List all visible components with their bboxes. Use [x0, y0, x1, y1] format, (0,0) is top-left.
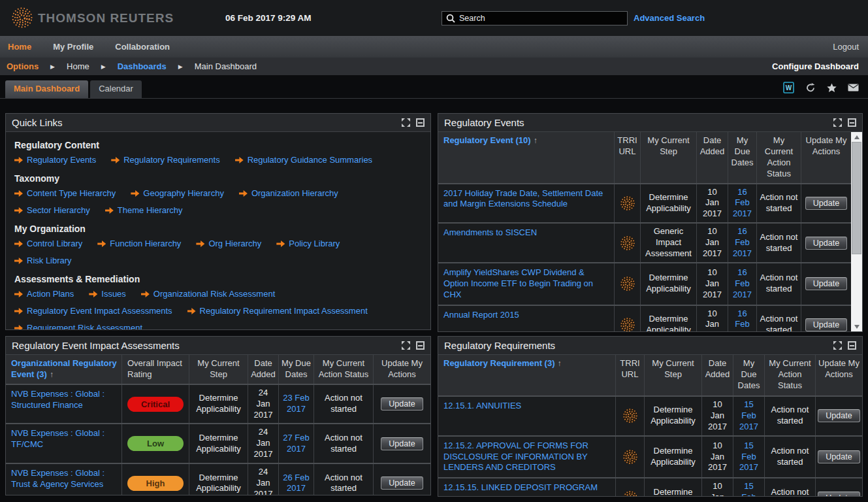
quick-link[interactable]: Theme Hierarchy	[105, 202, 183, 219]
quick-link[interactable]: Risk Library	[14, 252, 72, 269]
section-heading: Regulatory Content	[14, 140, 422, 150]
trri-url-icon[interactable]	[620, 276, 635, 292]
regulatory-event-link[interactable]: Annual Report 2015	[443, 310, 519, 321]
scrollbar[interactable]	[851, 132, 862, 331]
quick-link[interactable]: Policy Library	[276, 235, 340, 252]
scroll-down-icon[interactable]	[851, 322, 862, 331]
quick-link[interactable]: Geography Hierarchy	[131, 185, 224, 202]
quick-link[interactable]: Requirement Risk Assessment	[14, 320, 142, 329]
column-sort-link[interactable]: Organizational Regulatory Event (3)↑	[11, 358, 117, 379]
tab-main-dashboard[interactable]: Main Dashboard	[5, 80, 88, 98]
due-date-link[interactable]: 23 Feb 2017	[281, 393, 311, 415]
expand-icon[interactable]	[402, 341, 410, 350]
search-input[interactable]	[459, 14, 623, 23]
due-date-link[interactable]: 15 Feb 2017	[736, 481, 762, 496]
scrollbar-thumb[interactable]	[852, 142, 861, 254]
breadcrumb: Options ▶ Home ▶ Dashboards ▶ Main Dashb…	[0, 58, 868, 75]
update-button[interactable]: Update	[381, 437, 423, 450]
regulatory-event-link[interactable]: 2017 Holiday Trade Date, Settlement Date…	[443, 188, 609, 210]
trri-url-icon[interactable]	[622, 408, 638, 424]
collapse-icon[interactable]	[416, 118, 425, 127]
panel-title: Regulatory Requirements	[444, 340, 833, 351]
quick-link[interactable]: Control Library	[14, 235, 82, 252]
regulatory-event-link[interactable]: Amendments to SISCEN	[443, 227, 537, 239]
collapse-icon[interactable]	[848, 118, 856, 127]
quick-link[interactable]: Regulatory Requirements	[111, 152, 219, 169]
update-button[interactable]: Update	[805, 197, 847, 210]
collapse-icon[interactable]	[848, 341, 856, 350]
quick-link[interactable]: Regulatory Guidance Summaries	[235, 152, 372, 169]
breadcrumb-dashboards[interactable]: Dashboards	[118, 61, 167, 71]
regulatory-requirement-link[interactable]: 12.15.1. ANNUITIES	[443, 401, 521, 412]
table-row: Amendments to SISCEN Generic Impact Asse…	[438, 222, 851, 262]
quick-link[interactable]: Org Hierarchy	[196, 235, 261, 252]
trri-url-icon[interactable]	[620, 317, 635, 331]
trri-url-icon[interactable]	[620, 195, 635, 211]
update-button[interactable]: Update	[805, 277, 847, 290]
expand-icon[interactable]	[402, 118, 410, 127]
trri-url-icon[interactable]	[622, 449, 638, 465]
quick-link[interactable]: Content Type Hierarchy	[14, 185, 116, 202]
breadcrumb-home[interactable]: Home	[67, 61, 89, 71]
expand-icon[interactable]	[833, 341, 842, 350]
update-button[interactable]: Update	[381, 477, 423, 490]
quick-link[interactable]: Sector Hierarchy	[14, 202, 90, 219]
quick-link[interactable]: Regulatory Requirement Impact Assessment	[187, 303, 368, 320]
regulatory-requirement-link[interactable]: 12.15.2. APPROVAL OF FORMS FOR DISCLOSUR…	[443, 441, 610, 474]
action-status-cell: Action not started	[314, 464, 374, 495]
due-date-link[interactable]: 16 Feb 2017	[731, 309, 754, 331]
due-date-link[interactable]: 26 Feb 2017	[281, 473, 311, 495]
action-status-cell: Action not started	[765, 437, 816, 478]
update-button[interactable]: Update	[818, 409, 860, 422]
org-regulatory-event-link[interactable]: NVB Expenses : Global : TF/CMC	[11, 428, 116, 450]
search-icon	[446, 14, 455, 23]
quick-link[interactable]: Action Plans	[14, 286, 74, 303]
options-menu[interactable]: Options	[7, 61, 39, 71]
due-date-link[interactable]: 15 Feb 2017	[736, 399, 762, 433]
due-date-link[interactable]: 16 Feb 2017	[731, 187, 754, 220]
update-button[interactable]: Update	[805, 318, 847, 331]
scrollbar-track[interactable]	[851, 142, 862, 322]
collapse-icon[interactable]	[416, 341, 425, 350]
refresh-icon[interactable]	[805, 82, 816, 93]
quick-link[interactable]: Function Hierarchy	[97, 235, 181, 252]
trri-url-icon[interactable]	[622, 490, 638, 496]
quick-link[interactable]: Issues	[89, 286, 126, 303]
configure-dashboard-link[interactable]: Configure Dashboard	[772, 61, 859, 71]
word-export-icon[interactable]: W	[783, 82, 794, 93]
org-regulatory-event-link[interactable]: NVB Expenses : Global : Trust & Agency S…	[11, 468, 116, 490]
trri-url-icon[interactable]	[620, 235, 635, 251]
column-header: My Current Step	[189, 355, 248, 384]
quick-link[interactable]: Organizational Risk Assessment	[141, 286, 275, 303]
search-box[interactable]	[442, 11, 628, 25]
regulatory-event-link[interactable]: Amplify YieldShares CWP Dividend & Optio…	[443, 267, 609, 301]
quick-link[interactable]: Regulatory Event Impact Assessments	[14, 303, 172, 320]
advanced-search-link[interactable]: Advanced Search	[634, 13, 705, 23]
update-button[interactable]: Update	[818, 450, 860, 463]
due-date-link[interactable]: 16 Feb 2017	[731, 226, 754, 259]
favorite-star-icon[interactable]	[827, 83, 837, 93]
update-button[interactable]: Update	[818, 492, 860, 496]
email-icon[interactable]	[848, 84, 859, 92]
due-date-link[interactable]: 16 Feb 2017	[731, 267, 754, 301]
expand-icon[interactable]	[833, 118, 842, 127]
regulatory-requirement-link[interactable]: 12.15.15. LINKED DEPOSIT PROGRAM	[443, 482, 598, 494]
scroll-up-icon[interactable]	[851, 132, 862, 142]
column-sort-link[interactable]: Regulatory Requirement (3)↑	[443, 358, 561, 368]
column-header: My Current Step	[641, 132, 697, 183]
tab-calendar[interactable]: Calendar	[90, 80, 142, 98]
nav-item-home[interactable]: Home	[8, 42, 31, 52]
column-sort-link[interactable]: Regulatory Event (10)↑	[443, 135, 538, 145]
update-button[interactable]: Update	[381, 397, 423, 410]
due-date-link[interactable]: 15 Feb 2017	[736, 441, 762, 474]
panel-header: Regulatory Event Impact Assessments	[6, 337, 430, 355]
due-date-link[interactable]: 27 Feb 2017	[281, 433, 311, 455]
quick-link[interactable]: Organization Hierarchy	[239, 185, 338, 202]
column-header: Update My Actions	[816, 355, 862, 395]
org-regulatory-event-link[interactable]: NVB Expenses : Global : Structured Finan…	[11, 389, 116, 411]
nav-item-collaboration[interactable]: Collaboration	[115, 42, 170, 52]
logout-link[interactable]: Logout	[833, 42, 859, 52]
nav-item-my-profile[interactable]: My Profile	[53, 42, 93, 52]
quick-link[interactable]: Regulatory Events	[14, 152, 96, 169]
update-button[interactable]: Update	[805, 237, 847, 250]
